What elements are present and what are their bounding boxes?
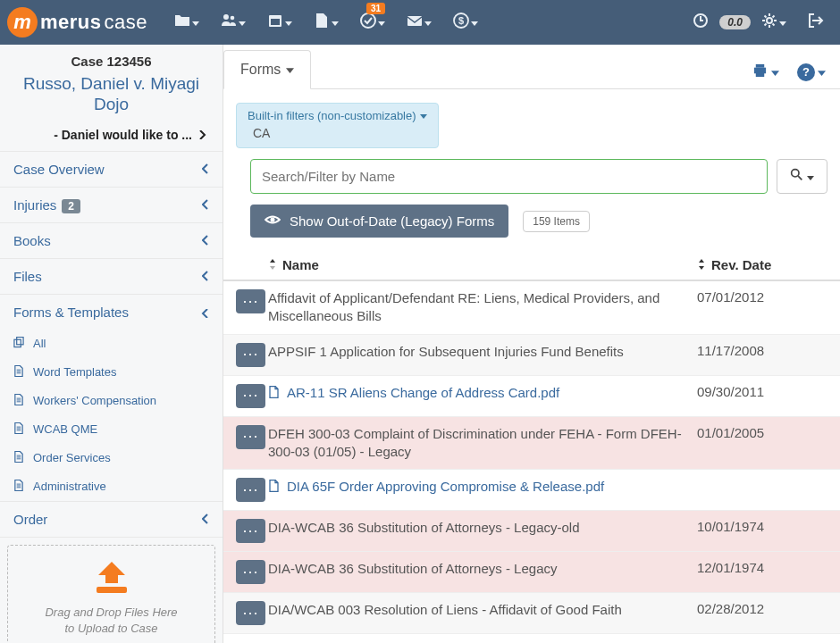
rev-date-cell: 10/01/1974 — [697, 519, 840, 534]
case-note[interactable]: - Daniel would like to ... — [0, 122, 223, 151]
sub-item-all[interactable]: All — [0, 330, 223, 358]
sub-item-label: WCAB QME — [33, 422, 97, 436]
caret-down-icon — [424, 14, 432, 30]
nav-settings[interactable] — [751, 0, 797, 45]
form-name-text: DFEH 300-03 Complaint of Discrimination … — [268, 425, 688, 462]
help-dropdown[interactable]: ? — [797, 63, 826, 81]
timer-pill[interactable]: 0.0 — [719, 15, 751, 29]
sidebar-item-books[interactable]: Books — [0, 222, 223, 258]
sub-item-label: Order Services — [33, 451, 111, 464]
content-panel: Forms ? Built-in filters (non-customizab… — [223, 45, 840, 643]
case-header: Case 123456 Russo, Daniel v. Miyagi Dojo — [0, 45, 223, 122]
nav-timer[interactable] — [682, 0, 719, 45]
form-name-text: DIA/WCAB 003 Resolution of Liens - Affid… — [268, 601, 622, 619]
mail-icon — [407, 13, 423, 32]
forms-table: Name Rev. Date ...Affidavit of Applicant… — [223, 248, 840, 634]
nav-users[interactable] — [210, 0, 256, 45]
dollar-icon — [453, 13, 469, 32]
caret-down-icon — [771, 64, 779, 80]
print-dropdown[interactable] — [752, 63, 779, 81]
document-icon — [314, 13, 330, 32]
form-name-cell[interactable]: DFEH 300-03 Complaint of Discrimination … — [268, 425, 697, 462]
search-input[interactable] — [250, 159, 768, 194]
nav-mail[interactable] — [396, 0, 442, 45]
search-options-button[interactable] — [777, 159, 827, 194]
sub-item-order-services[interactable]: Order Services — [0, 444, 223, 472]
column-header-rev-date[interactable]: Rev. Date — [697, 257, 840, 272]
column-header-name[interactable]: Name — [268, 257, 697, 272]
form-name-cell[interactable]: DIA/WCAB 003 Resolution of Liens - Affid… — [268, 601, 697, 619]
nav-folder[interactable] — [164, 0, 210, 45]
logo[interactable]: m meruscase — [5, 7, 156, 38]
caret-down-icon — [420, 109, 427, 122]
topbar-right: 0.0 — [682, 0, 835, 45]
chevron-left-icon — [202, 162, 209, 177]
rev-date-cell: 11/17/2008 — [697, 343, 840, 358]
sidebar: Case 123456 Russo, Daniel v. Miyagi Dojo… — [0, 45, 223, 643]
file-icon — [13, 480, 24, 494]
sidebar-item-injuries[interactable]: Injuries2 — [0, 187, 223, 222]
form-name-cell[interactable]: APPSIF 1 Application for Subsequent Inju… — [268, 343, 697, 361]
sidebar-item-label: Forms & Templates — [13, 305, 129, 320]
nav-logout[interactable] — [797, 0, 835, 45]
nav-tasks[interactable]: 31 — [349, 0, 396, 45]
sidebar-item-case-overview[interactable]: Case Overview — [0, 151, 223, 187]
nav-document[interactable] — [303, 0, 349, 45]
row-actions-button[interactable]: ... — [236, 601, 265, 625]
form-name-text: Affidavit of Applicant/Defendant RE: Lie… — [268, 289, 688, 326]
form-name-text: DIA 65F Order Approving Compromise & Rel… — [287, 478, 604, 496]
table-row: ...AR-11 SR Aliens Change of Address Car… — [223, 376, 840, 417]
eye-icon — [265, 213, 281, 229]
sort-icon — [268, 257, 277, 272]
tab-forms[interactable]: Forms — [223, 50, 311, 89]
sidebar-item-files[interactable]: Files — [0, 258, 223, 294]
case-note-text: - Daniel would like to ... — [54, 128, 192, 142]
caret-down-icon — [192, 14, 199, 30]
file-dropzone[interactable]: Drag and Drop Files Hereto Upload to Cas… — [7, 545, 215, 643]
caret-down-icon — [239, 14, 246, 30]
row-actions-button[interactable]: ... — [236, 478, 265, 502]
sub-item-workers-comp[interactable]: Workers' Compensation — [0, 387, 223, 415]
form-name-cell[interactable]: DIA 65F Order Approving Compromise & Rel… — [268, 478, 697, 497]
tab-label: Forms — [240, 62, 281, 78]
sub-item-administrative[interactable]: Administrative — [0, 472, 223, 501]
form-name-text: DIA-WCAB 36 Substitution of Attorneys - … — [268, 560, 557, 578]
case-title[interactable]: Russo, Daniel v. Miyagi Dojo — [5, 74, 217, 115]
rev-date-cell: 09/30/2011 — [697, 384, 840, 399]
chevron-left-icon — [202, 197, 209, 213]
show-legacy-button[interactable]: Show Out-of-Date (Legacy) Forms — [250, 205, 508, 238]
sidebar-item-forms-templates[interactable]: Forms & Templates — [0, 294, 223, 330]
row-actions-button[interactable]: ... — [236, 289, 265, 313]
caret-down-icon — [471, 14, 478, 30]
filter-chip[interactable]: Built-in filters (non-customizable) CA — [236, 103, 439, 148]
form-name-cell[interactable]: AR-11 SR Aliens Change of Address Card.p… — [268, 384, 697, 403]
filter-chip-label: Built-in filters (non-customizable) — [248, 109, 427, 122]
file-icon — [13, 365, 24, 380]
nav-billing[interactable] — [442, 0, 489, 45]
row-actions-button[interactable]: ... — [236, 560, 265, 584]
row-actions-button[interactable]: ... — [236, 343, 265, 367]
table-row: ...DIA-WCAB 36 Substitution of Attorneys… — [223, 511, 840, 552]
table-row: ...DIA 65F Order Approving Compromise & … — [223, 470, 840, 511]
sub-item-label: All — [33, 337, 46, 350]
row-actions-button[interactable]: ... — [236, 519, 265, 543]
copy-icon — [13, 337, 24, 351]
caret-down-icon — [807, 169, 814, 185]
row-actions-button[interactable]: ... — [236, 384, 265, 408]
row-actions-button[interactable]: ... — [236, 425, 265, 449]
nav-calendar[interactable] — [256, 0, 303, 45]
items-count-badge: 159 Items — [523, 211, 590, 232]
sub-item-word-templates[interactable]: Word Templates — [0, 358, 223, 387]
form-name-cell[interactable]: DIA-WCAB 36 Substitution of Attorneys - … — [268, 560, 697, 578]
calendar-icon — [267, 13, 283, 32]
sidebar-item-order[interactable]: Order — [0, 501, 223, 537]
table-row: ...Affidavit of Applicant/Defendant RE: … — [223, 281, 840, 335]
sub-item-wcab-qme[interactable]: WCAB QME — [0, 415, 223, 444]
form-name-cell[interactable]: DIA-WCAB 36 Substitution of Attorneys - … — [268, 519, 697, 537]
rev-date-cell: 01/01/2005 — [697, 425, 840, 440]
gear-icon — [761, 13, 777, 32]
check-circle-icon — [360, 13, 376, 32]
caret-down-icon — [285, 14, 292, 30]
caret-down-icon — [378, 14, 385, 30]
form-name-cell[interactable]: Affidavit of Applicant/Defendant RE: Lie… — [268, 289, 697, 326]
